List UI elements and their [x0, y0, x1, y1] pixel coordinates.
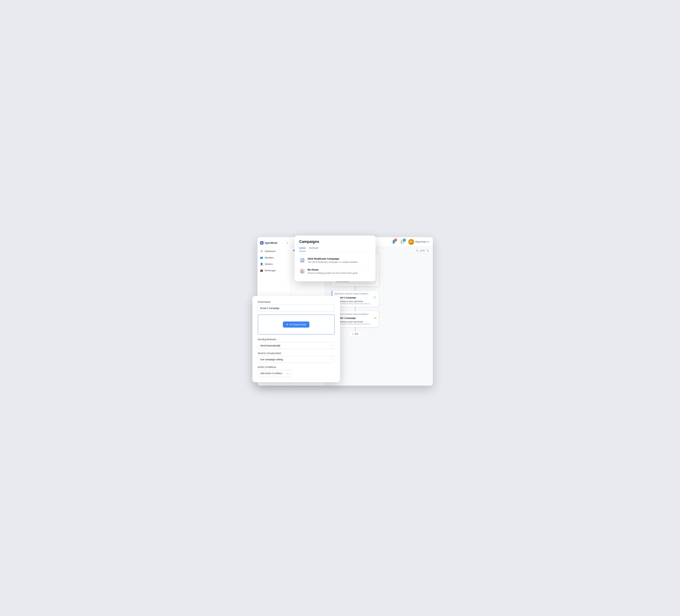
sidebar-item-label: Dashboard [265, 250, 276, 252]
campaign-icon-behome: 🏠 [299, 268, 305, 274]
user-menu[interactable]: RK Raza Khan ▾ [408, 239, 429, 245]
sidebar-logo: 🏠 AgentBook « [257, 240, 291, 248]
dashboard-icon: ⊞ [260, 250, 263, 253]
sidebar-item-label: Vendors [265, 263, 273, 265]
sidebar-item-label: Members [265, 256, 274, 259]
create-email-icon: ✉ [286, 323, 288, 326]
email-name-input[interactable] [258, 305, 335, 312]
email-preview: Buy your dream home just few click with … [335, 303, 376, 305]
email-conditions-text: Only send if customer meets 3 conditions [335, 293, 376, 295]
create-email-button[interactable]: ✉ ✉ Create Email [283, 321, 309, 328]
user-name: Raza Khan [415, 241, 426, 243]
tab-archived[interactable]: Archived [309, 247, 318, 251]
notifications-button[interactable]: 👤 10 [391, 239, 397, 245]
sidebar-item-dashboard[interactable]: ⊞ Dashboard [257, 248, 291, 254]
exit-node[interactable]: ↗ Exit [349, 331, 361, 337]
messages-button[interactable]: 💬 4 [399, 239, 405, 245]
screen-container: 🏠 AgentBook « ⊞ Dashboard 👥 Members 👤 Ve… [247, 230, 433, 386]
zoom-out-icon[interactable]: 🔍 [416, 250, 419, 252]
send-to-unsubscribed-label: Send to Unsubscribed [258, 352, 335, 355]
sidebar-item-brokerages[interactable]: 💼 Brokerages [257, 267, 291, 274]
send-to-unsubscribed-select[interactable]: Use campaign setting [258, 356, 335, 363]
topbar-actions: 👤 10 💬 4 RK Raza Khan ▾ [391, 239, 429, 245]
message-badge: 4 [403, 239, 406, 242]
campaign-info-realgoals: 2023 RealGoals Campaign The 2023 RealGoa… [308, 257, 358, 263]
notification-badge: 10 [394, 239, 397, 242]
avatar: RK [408, 239, 414, 245]
popup-tabs: Active Archived [299, 247, 371, 252]
campaign-desc-behome: Aimed at helping people set and achieve … [308, 272, 358, 274]
email-form-panel: Email Name ✉ ✉ Create Email Sending Beha… [252, 296, 340, 382]
brokerages-icon: 💼 [260, 269, 263, 272]
exit-icon: ↗ [352, 333, 354, 335]
sidebar-item-vendors[interactable]: 👤 Vendors [257, 261, 291, 267]
tab-active[interactable]: Active [299, 247, 306, 251]
action-condition-chevron-icon: ⌄ [287, 372, 289, 374]
action-condition-label: Add Action Condition [260, 372, 282, 374]
sms-conditions-text: Only send if customer meets 3 conditions [335, 313, 376, 315]
campaign-item-realgoals[interactable]: 🔄 2023 RealGoals Campaign The 2023 RealG… [299, 255, 371, 266]
sms-node-header: 💬 SMS 1 Campaign ✉ [335, 316, 376, 320]
flow-connector-3 [355, 327, 356, 331]
email-template-area[interactable]: ✉ ✉ Create Email [258, 314, 335, 335]
sms-conditions-link[interactable]: 3 conditions [359, 313, 368, 315]
vendors-icon: 👤 [260, 262, 263, 265]
messages-dot [293, 250, 294, 251]
home-icon: 🏠 [260, 241, 263, 245]
sidebar-collapse-icon[interactable]: « [287, 242, 288, 244]
app-name: AgentBook [265, 242, 278, 244]
flow-connector-2 [355, 307, 356, 311]
sidebar-item-label: Brokerages [265, 269, 276, 272]
campaigns-title: Campaigns [299, 240, 371, 244]
email-subject: Save money on your next home [335, 300, 376, 303]
campaign-desc-realgoals: The 2023 RealGoals campaign is a unique … [308, 261, 358, 263]
zoom-level: 100% [420, 250, 425, 252]
sms-node-envelope-icon: ✉ [374, 316, 376, 320]
email-conditions-link[interactable]: 3 conditions [359, 293, 368, 295]
members-icon: 👥 [260, 256, 263, 259]
sending-behavior-label: Sending Behavior [258, 338, 335, 341]
campaign-info-behome: Be Home Aimed at helping people set and … [308, 268, 358, 274]
campaign-name-realgoals: 2023 RealGoals Campaign [308, 257, 358, 260]
sending-behavior-select[interactable]: Send Automatically [258, 342, 335, 349]
user-menu-chevron: ▾ [428, 241, 429, 243]
email-name-label: Email Name [258, 301, 335, 303]
email-node-doc-icon: 📄 [373, 296, 376, 299]
add-action-condition-button[interactable]: Add Action Condition ⌄ [258, 370, 291, 377]
action-conditions-label: Action Conditions [258, 366, 335, 368]
campaigns-popup: Campaigns Active Archived 🔄 2023 RealGoa… [294, 235, 375, 281]
sms-subject: Save money on your next home [335, 320, 376, 323]
zoom-in-icon[interactable]: 🔍 [426, 250, 429, 252]
sms-preview: Buy your dream home just few click with … [335, 323, 376, 325]
campaign-item-behome[interactable]: 🏠 Be Home Aimed at helping people set an… [299, 266, 371, 277]
sidebar-item-members[interactable]: 👥 Members [257, 254, 291, 261]
email-node-header: ✉ Email 1 Campaign 📄 [335, 296, 376, 299]
canvas-zoom: 🔍 100% 🔍 [414, 249, 431, 253]
campaign-name-behome: Be Home [308, 268, 358, 271]
campaign-icon-realgoals: 🔄 [299, 257, 305, 263]
flow-connector-1 [355, 286, 356, 290]
